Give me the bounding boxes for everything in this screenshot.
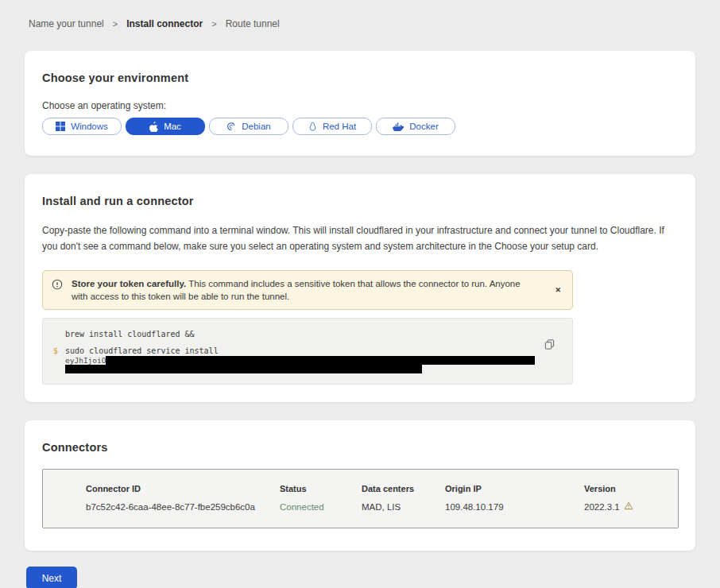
version-value: 2022.3.1 [584, 501, 662, 512]
redhat-icon [308, 122, 317, 132]
connector-id-value: b7c52c42-6caa-48ee-8c77-fbe259cb6c0a [86, 502, 280, 512]
connectors-card: Connectors Connector ID Status Data cent… [25, 420, 695, 551]
environment-card-title: Choose your environment [42, 72, 678, 84]
col-header-version: Version [584, 484, 662, 493]
os-button-label: Red Hat [323, 122, 356, 131]
col-header-data-centers: Data centers [362, 484, 445, 493]
origin-ip-value: 109.48.10.179 [445, 502, 584, 512]
os-button-redhat[interactable]: Red Hat [292, 118, 372, 135]
breadcrumb-separator: > [211, 19, 216, 29]
table-row: b7c52c42-6caa-48ee-8c77-fbe259cb6c0a Con… [86, 501, 662, 512]
close-icon[interactable]: ✕ [553, 284, 563, 296]
os-button-label: Debian [242, 122, 270, 131]
warning-triangle-icon[interactable] [624, 501, 633, 512]
install-card-description: Copy-paste the following command into a … [42, 222, 678, 254]
connectors-table: Connector ID Status Data centers Origin … [42, 469, 679, 528]
os-button-group: Windows Mac Debian Red Hat Docker [42, 118, 678, 135]
copy-icon[interactable] [544, 339, 555, 352]
breadcrumb: Name your tunnel > Install connector > R… [0, 0, 720, 29]
os-button-label: Windows [71, 122, 108, 131]
install-command-codeblock: brew install cloudflared && $ sudo cloud… [42, 318, 573, 385]
install-card-title: Install and run a connector [42, 195, 678, 207]
connectors-card-title: Connectors [42, 441, 678, 454]
next-button[interactable]: Next [26, 567, 77, 588]
token-line: eyJhIjoiO [65, 356, 525, 373]
breadcrumb-separator: > [113, 19, 118, 29]
alert-circle-icon [52, 279, 63, 293]
os-button-label: Mac [164, 122, 181, 131]
code-line-sudo: $ sudo cloudflared service install [65, 346, 525, 355]
breadcrumb-step-install-connector[interactable]: Install connector [126, 18, 203, 29]
col-header-status: Status [280, 484, 362, 493]
install-connector-card: Install and run a connector Copy-paste t… [25, 174, 695, 402]
redacted-token-bar [65, 365, 422, 373]
os-button-label: Docker [409, 122, 438, 131]
connectors-table-header: Connector ID Status Data centers Origin … [86, 484, 662, 493]
code-line-brew: brew install cloudflared && [65, 330, 525, 338]
docker-icon [393, 122, 404, 131]
shell-prompt: $ [53, 346, 58, 355]
redacted-token-bar [106, 356, 535, 365]
breadcrumb-step-route-tunnel[interactable]: Route tunnel [226, 18, 280, 29]
os-button-mac[interactable]: Mac [126, 118, 205, 135]
os-button-docker[interactable]: Docker [376, 118, 455, 135]
token-prefix: eyJhIjoiO [65, 356, 106, 365]
warning-title: Store your token carefully. [72, 279, 186, 288]
windows-icon [56, 122, 65, 131]
os-select-label: Choose an operating system: [42, 100, 678, 111]
col-header-origin-ip: Origin IP [445, 484, 584, 493]
token-warning-banner: Store your token carefully. This command… [42, 270, 573, 310]
col-header-connector-id: Connector ID [86, 484, 280, 493]
breadcrumb-step-name-your-tunnel[interactable]: Name your tunnel [29, 18, 104, 29]
os-button-windows[interactable]: Windows [42, 118, 122, 135]
data-centers-value: MAD, LIS [362, 502, 445, 512]
os-button-debian[interactable]: Debian [209, 118, 288, 135]
code-line-sudo-text: sudo cloudflared service install [65, 346, 219, 355]
version-number: 2022.3.1 [584, 502, 620, 512]
environment-card: Choose your environment Choose an operat… [25, 51, 695, 156]
status-badge: Connected [280, 502, 362, 512]
apple-icon [149, 122, 158, 132]
debian-icon [226, 122, 236, 131]
